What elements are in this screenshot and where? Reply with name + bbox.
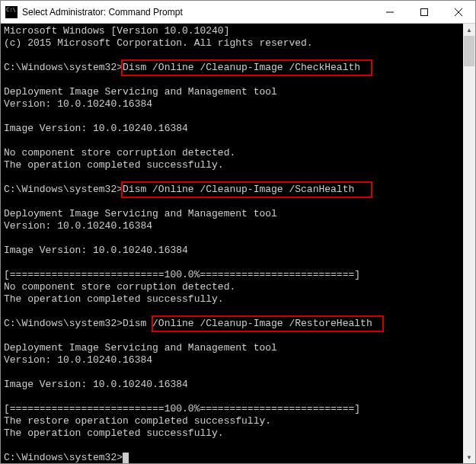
terminal-area[interactable]: Microsoft Windows [Version 10.0.10240](c… (1, 24, 475, 463)
terminal-line: C:\Windows\system32>Dism /Online /Cleanu… (4, 318, 472, 330)
terminal-line (4, 196, 472, 208)
terminal-line: Version: 10.0.10240.16384 (4, 220, 472, 232)
terminal-line: Image Version: 10.0.10240.16384 (4, 245, 472, 257)
terminal-line: [==========================100.0%=======… (4, 403, 472, 415)
scroll-down-arrow[interactable]: ▼ (463, 451, 475, 463)
window-controls (372, 1, 475, 23)
terminal-line: No component store corruption detected. (4, 147, 472, 159)
terminal-line (4, 330, 472, 342)
terminal-line (4, 171, 472, 184)
terminal-line: Deployment Image Servicing and Managemen… (4, 342, 472, 354)
terminal-line (4, 135, 472, 147)
maximize-button[interactable] (407, 1, 441, 23)
terminal-content: Microsoft Windows [Version 10.0.10240](c… (1, 24, 475, 463)
command-prompt-window: Select Administrator: Command Prompt Mic… (0, 0, 476, 464)
terminal-line: C:\Windows\system32>Dism /Online /Cleanu… (4, 62, 472, 74)
window-title: Select Administrator: Command Prompt (22, 7, 372, 18)
terminal-line: The operation completed successfully. (4, 293, 472, 306)
terminal-line: Image Version: 10.0.10240.16384 (4, 123, 472, 135)
terminal-line: Deployment Image Servicing and Managemen… (4, 86, 472, 98)
terminal-line (4, 257, 472, 269)
terminal-line: Deployment Image Servicing and Managemen… (4, 208, 472, 220)
close-icon (455, 8, 462, 16)
maximize-icon (420, 8, 428, 16)
minimize-icon (386, 8, 394, 16)
titlebar[interactable]: Select Administrator: Command Prompt (1, 1, 475, 24)
vertical-scrollbar[interactable]: ▲ ▼ (463, 24, 475, 463)
close-button[interactable] (441, 1, 475, 23)
scroll-up-arrow[interactable]: ▲ (463, 24, 475, 36)
terminal-line (4, 440, 472, 452)
terminal-line (4, 74, 472, 86)
scrollbar-thumb[interactable] (464, 36, 474, 66)
terminal-line: No component store corruption detected. (4, 281, 472, 293)
minimize-button[interactable] (372, 1, 407, 23)
cursor (123, 453, 129, 463)
terminal-line (4, 306, 472, 318)
terminal-line (4, 391, 472, 403)
cmd-icon (5, 6, 18, 18)
terminal-line (4, 366, 472, 379)
terminal-line: C:\Windows\system32> (4, 452, 472, 463)
terminal-line: The restore operation completed successf… (4, 415, 472, 427)
terminal-line: C:\Windows\system32>Dism /Online /Cleanu… (4, 184, 472, 196)
terminal-line: Version: 10.0.10240.16384 (4, 354, 472, 366)
terminal-line: The operation completed successfully. (4, 159, 472, 171)
svg-rect-1 (420, 8, 427, 15)
terminal-line: The operation completed successfully. (4, 427, 472, 440)
terminal-line: [==========================100.0%=======… (4, 269, 472, 281)
terminal-line: Microsoft Windows [Version 10.0.10240] (4, 25, 472, 37)
terminal-line (4, 110, 472, 123)
terminal-line: Image Version: 10.0.10240.16384 (4, 379, 472, 391)
terminal-line: Version: 10.0.10240.16384 (4, 98, 472, 110)
terminal-line (4, 50, 472, 62)
terminal-line: (c) 2015 Microsoft Corporation. All righ… (4, 37, 472, 50)
terminal-line (4, 232, 472, 245)
